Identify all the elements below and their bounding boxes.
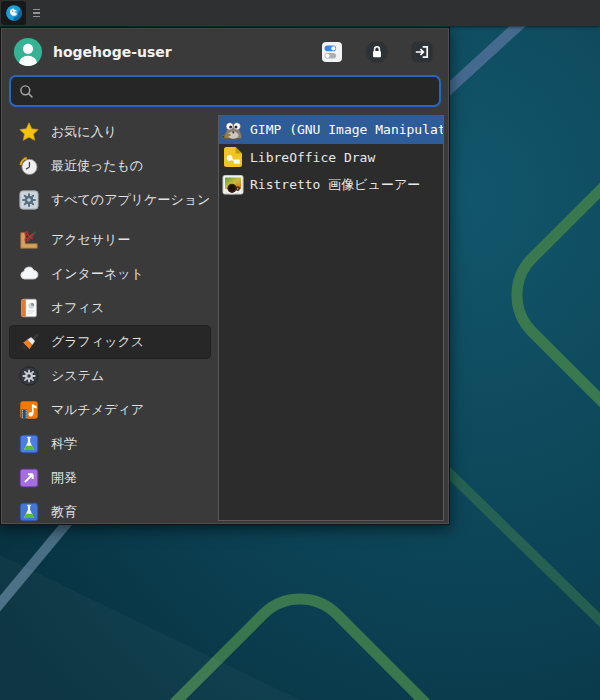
category-all-applications[interactable]: すべてのアプリケーション: [9, 183, 211, 217]
category-label: インターネット: [51, 265, 144, 283]
top-panel: [0, 0, 600, 26]
internet-cloud-icon: [18, 263, 40, 285]
xfce-mouse-icon: [5, 4, 23, 22]
science-flask-icon: [18, 433, 40, 455]
search-box: [9, 75, 441, 107]
app-item-gimp[interactable]: GIMP (GNU Image Manipulat…: [219, 116, 443, 144]
category-development[interactable]: 開発: [9, 461, 211, 495]
panel-grip-icon: [33, 9, 40, 18]
app-item-ristretto[interactable]: Ristretto 画像ビューアー: [219, 171, 443, 199]
user-avatar: [13, 37, 43, 67]
settings-toggles-icon: [320, 40, 344, 64]
ristretto-icon: [221, 173, 245, 197]
category-label: グラフィックス: [51, 333, 144, 351]
category-recently-used[interactable]: 最近使ったもの: [9, 149, 211, 183]
gimp-icon: [221, 118, 245, 142]
settings-button[interactable]: [320, 40, 344, 64]
category-graphics[interactable]: グラフィックス: [9, 325, 211, 359]
category-favorites[interactable]: お気に入り: [9, 115, 211, 149]
log-out-icon: [410, 40, 434, 64]
lock-icon: [365, 40, 389, 64]
category-label: 教育: [51, 503, 77, 521]
graphics-brush-icon: [18, 331, 40, 353]
system-gear-icon: [18, 365, 40, 387]
header-actions: [320, 40, 434, 64]
category-office[interactable]: オフィス: [9, 291, 211, 325]
multimedia-icon: [18, 399, 40, 421]
category-label: 開発: [51, 469, 77, 487]
category-internet[interactable]: インターネット: [9, 257, 211, 291]
category-accessories[interactable]: アクセサリー: [9, 223, 211, 257]
category-label: すべてのアプリケーション: [51, 191, 210, 209]
education-flask-icon: [18, 501, 40, 523]
app-label: Ristretto 画像ビューアー: [250, 176, 420, 194]
category-system[interactable]: システム: [9, 359, 211, 393]
category-multimedia[interactable]: マルチメディア: [9, 393, 211, 427]
category-label: オフィス: [51, 299, 104, 317]
category-label: マルチメディア: [51, 401, 144, 419]
username-label: hogehoge-user: [53, 44, 172, 60]
category-list: お気に入り 最近使ったもの: [9, 115, 211, 529]
app-item-libreoffice-draw[interactable]: LibreOffice Draw: [219, 144, 443, 172]
app-label: LibreOffice Draw: [250, 150, 375, 165]
category-science[interactable]: 科学: [9, 427, 211, 461]
category-label: アクセサリー: [51, 231, 131, 249]
category-label: お気に入り: [51, 123, 117, 141]
log-out-button[interactable]: [410, 40, 434, 64]
category-label: 科学: [51, 435, 77, 453]
category-education[interactable]: 教育: [9, 495, 211, 529]
all-applications-icon: [18, 189, 40, 211]
application-list: GIMP (GNU Image Manipulat… LibreOffice D…: [218, 115, 444, 521]
clock-icon: [18, 155, 40, 177]
office-document-icon: [18, 297, 40, 319]
menu-header: hogehoge-user: [1, 28, 449, 67]
star-icon: [18, 121, 40, 143]
category-label: 最近使ったもの: [51, 157, 143, 175]
development-icon: [18, 467, 40, 489]
libreoffice-draw-icon: [221, 145, 245, 169]
category-label: システム: [51, 367, 104, 385]
accessories-icon: [18, 229, 40, 251]
search-input[interactable]: [9, 75, 441, 107]
lock-screen-button[interactable]: [365, 40, 389, 64]
app-label: GIMP (GNU Image Manipulat…: [250, 122, 444, 137]
whisker-menu-button[interactable]: [1, 1, 26, 25]
whisker-menu: hogehoge-user: [0, 27, 450, 525]
